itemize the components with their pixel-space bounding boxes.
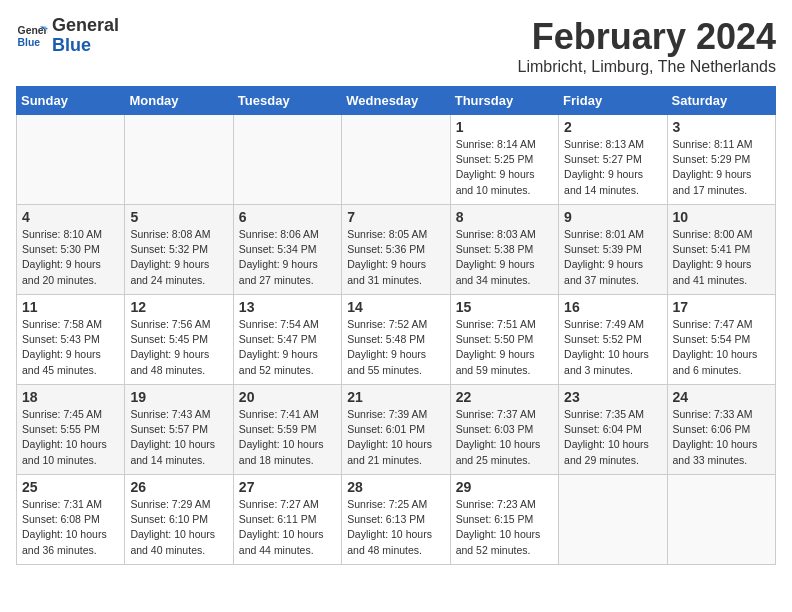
calendar-cell: 21Sunrise: 7:39 AM Sunset: 6:01 PM Dayli…	[342, 385, 450, 475]
calendar-cell: 14Sunrise: 7:52 AM Sunset: 5:48 PM Dayli…	[342, 295, 450, 385]
day-info: Sunrise: 7:58 AM Sunset: 5:43 PM Dayligh…	[22, 317, 119, 378]
day-info: Sunrise: 7:49 AM Sunset: 5:52 PM Dayligh…	[564, 317, 661, 378]
day-number: 1	[456, 119, 553, 135]
calendar-cell: 10Sunrise: 8:00 AM Sunset: 5:41 PM Dayli…	[667, 205, 775, 295]
day-number: 10	[673, 209, 770, 225]
calendar-cell	[17, 115, 125, 205]
calendar-cell: 23Sunrise: 7:35 AM Sunset: 6:04 PM Dayli…	[559, 385, 667, 475]
day-number: 18	[22, 389, 119, 405]
calendar-cell: 6Sunrise: 8:06 AM Sunset: 5:34 PM Daylig…	[233, 205, 341, 295]
day-info: Sunrise: 8:03 AM Sunset: 5:38 PM Dayligh…	[456, 227, 553, 288]
day-info: Sunrise: 7:27 AM Sunset: 6:11 PM Dayligh…	[239, 497, 336, 558]
calendar-table: SundayMondayTuesdayWednesdayThursdayFrid…	[16, 86, 776, 565]
day-info: Sunrise: 7:43 AM Sunset: 5:57 PM Dayligh…	[130, 407, 227, 468]
calendar-cell: 15Sunrise: 7:51 AM Sunset: 5:50 PM Dayli…	[450, 295, 558, 385]
day-info: Sunrise: 8:00 AM Sunset: 5:41 PM Dayligh…	[673, 227, 770, 288]
day-info: Sunrise: 8:01 AM Sunset: 5:39 PM Dayligh…	[564, 227, 661, 288]
logo: General Blue General Blue	[16, 16, 119, 56]
day-info: Sunrise: 7:33 AM Sunset: 6:06 PM Dayligh…	[673, 407, 770, 468]
calendar-cell: 16Sunrise: 7:49 AM Sunset: 5:52 PM Dayli…	[559, 295, 667, 385]
calendar-week-row: 11Sunrise: 7:58 AM Sunset: 5:43 PM Dayli…	[17, 295, 776, 385]
calendar-cell: 9Sunrise: 8:01 AM Sunset: 5:39 PM Daylig…	[559, 205, 667, 295]
day-number: 19	[130, 389, 227, 405]
calendar-cell	[233, 115, 341, 205]
day-number: 12	[130, 299, 227, 315]
calendar-cell: 24Sunrise: 7:33 AM Sunset: 6:06 PM Dayli…	[667, 385, 775, 475]
calendar-cell: 1Sunrise: 8:14 AM Sunset: 5:25 PM Daylig…	[450, 115, 558, 205]
day-info: Sunrise: 7:25 AM Sunset: 6:13 PM Dayligh…	[347, 497, 444, 558]
day-number: 17	[673, 299, 770, 315]
day-info: Sunrise: 7:29 AM Sunset: 6:10 PM Dayligh…	[130, 497, 227, 558]
header-sunday: Sunday	[17, 87, 125, 115]
calendar-week-row: 1Sunrise: 8:14 AM Sunset: 5:25 PM Daylig…	[17, 115, 776, 205]
day-info: Sunrise: 7:41 AM Sunset: 5:59 PM Dayligh…	[239, 407, 336, 468]
day-info: Sunrise: 7:35 AM Sunset: 6:04 PM Dayligh…	[564, 407, 661, 468]
calendar-cell	[125, 115, 233, 205]
page-header: General Blue General Blue February 2024 …	[16, 16, 776, 76]
day-number: 3	[673, 119, 770, 135]
calendar-cell: 3Sunrise: 8:11 AM Sunset: 5:29 PM Daylig…	[667, 115, 775, 205]
header-wednesday: Wednesday	[342, 87, 450, 115]
day-info: Sunrise: 8:05 AM Sunset: 5:36 PM Dayligh…	[347, 227, 444, 288]
month-year: February 2024	[518, 16, 777, 58]
day-info: Sunrise: 7:54 AM Sunset: 5:47 PM Dayligh…	[239, 317, 336, 378]
calendar-cell: 5Sunrise: 8:08 AM Sunset: 5:32 PM Daylig…	[125, 205, 233, 295]
logo-general: General	[52, 16, 119, 36]
calendar-cell: 17Sunrise: 7:47 AM Sunset: 5:54 PM Dayli…	[667, 295, 775, 385]
calendar-cell: 20Sunrise: 7:41 AM Sunset: 5:59 PM Dayli…	[233, 385, 341, 475]
day-number: 13	[239, 299, 336, 315]
day-info: Sunrise: 7:31 AM Sunset: 6:08 PM Dayligh…	[22, 497, 119, 558]
day-info: Sunrise: 7:23 AM Sunset: 6:15 PM Dayligh…	[456, 497, 553, 558]
calendar-cell: 12Sunrise: 7:56 AM Sunset: 5:45 PM Dayli…	[125, 295, 233, 385]
day-info: Sunrise: 8:11 AM Sunset: 5:29 PM Dayligh…	[673, 137, 770, 198]
calendar-header-row: SundayMondayTuesdayWednesdayThursdayFrid…	[17, 87, 776, 115]
day-number: 28	[347, 479, 444, 495]
day-info: Sunrise: 7:52 AM Sunset: 5:48 PM Dayligh…	[347, 317, 444, 378]
calendar-cell: 26Sunrise: 7:29 AM Sunset: 6:10 PM Dayli…	[125, 475, 233, 565]
calendar-cell	[559, 475, 667, 565]
logo-blue: Blue	[52, 36, 119, 56]
day-number: 29	[456, 479, 553, 495]
calendar-cell: 27Sunrise: 7:27 AM Sunset: 6:11 PM Dayli…	[233, 475, 341, 565]
title-block: February 2024 Limbricht, Limburg, The Ne…	[518, 16, 777, 76]
calendar-cell: 28Sunrise: 7:25 AM Sunset: 6:13 PM Dayli…	[342, 475, 450, 565]
calendar-week-row: 25Sunrise: 7:31 AM Sunset: 6:08 PM Dayli…	[17, 475, 776, 565]
header-monday: Monday	[125, 87, 233, 115]
day-info: Sunrise: 7:45 AM Sunset: 5:55 PM Dayligh…	[22, 407, 119, 468]
day-number: 14	[347, 299, 444, 315]
day-number: 21	[347, 389, 444, 405]
calendar-cell: 19Sunrise: 7:43 AM Sunset: 5:57 PM Dayli…	[125, 385, 233, 475]
header-friday: Friday	[559, 87, 667, 115]
calendar-cell: 11Sunrise: 7:58 AM Sunset: 5:43 PM Dayli…	[17, 295, 125, 385]
day-number: 6	[239, 209, 336, 225]
day-info: Sunrise: 7:37 AM Sunset: 6:03 PM Dayligh…	[456, 407, 553, 468]
calendar-cell: 2Sunrise: 8:13 AM Sunset: 5:27 PM Daylig…	[559, 115, 667, 205]
logo-icon: General Blue	[16, 20, 48, 52]
day-number: 25	[22, 479, 119, 495]
header-tuesday: Tuesday	[233, 87, 341, 115]
day-number: 7	[347, 209, 444, 225]
header-thursday: Thursday	[450, 87, 558, 115]
calendar-cell	[667, 475, 775, 565]
day-number: 15	[456, 299, 553, 315]
day-info: Sunrise: 8:10 AM Sunset: 5:30 PM Dayligh…	[22, 227, 119, 288]
calendar-cell: 13Sunrise: 7:54 AM Sunset: 5:47 PM Dayli…	[233, 295, 341, 385]
day-info: Sunrise: 8:08 AM Sunset: 5:32 PM Dayligh…	[130, 227, 227, 288]
calendar-cell: 29Sunrise: 7:23 AM Sunset: 6:15 PM Dayli…	[450, 475, 558, 565]
day-info: Sunrise: 8:06 AM Sunset: 5:34 PM Dayligh…	[239, 227, 336, 288]
day-number: 11	[22, 299, 119, 315]
day-info: Sunrise: 7:39 AM Sunset: 6:01 PM Dayligh…	[347, 407, 444, 468]
calendar-cell: 4Sunrise: 8:10 AM Sunset: 5:30 PM Daylig…	[17, 205, 125, 295]
day-info: Sunrise: 7:56 AM Sunset: 5:45 PM Dayligh…	[130, 317, 227, 378]
calendar-cell: 8Sunrise: 8:03 AM Sunset: 5:38 PM Daylig…	[450, 205, 558, 295]
day-info: Sunrise: 8:13 AM Sunset: 5:27 PM Dayligh…	[564, 137, 661, 198]
calendar-cell	[342, 115, 450, 205]
day-info: Sunrise: 7:47 AM Sunset: 5:54 PM Dayligh…	[673, 317, 770, 378]
day-number: 5	[130, 209, 227, 225]
day-number: 26	[130, 479, 227, 495]
svg-text:Blue: Blue	[18, 36, 41, 47]
location: Limbricht, Limburg, The Netherlands	[518, 58, 777, 76]
day-number: 24	[673, 389, 770, 405]
day-number: 8	[456, 209, 553, 225]
calendar-cell: 22Sunrise: 7:37 AM Sunset: 6:03 PM Dayli…	[450, 385, 558, 475]
